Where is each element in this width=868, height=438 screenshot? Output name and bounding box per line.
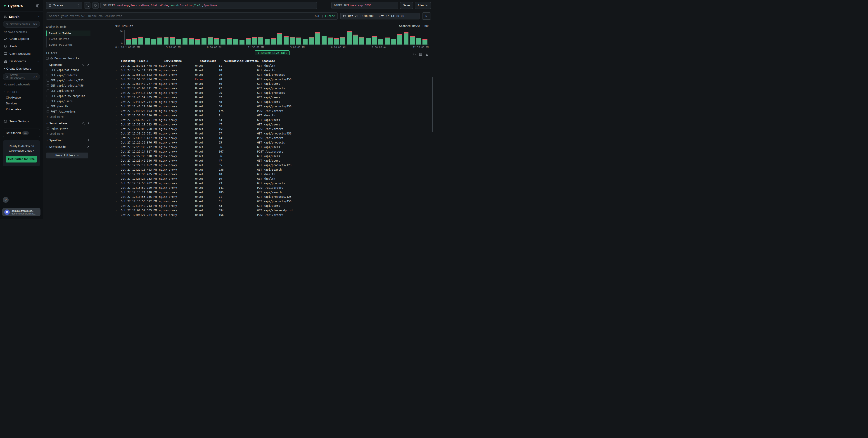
source-select[interactable]: Traces [46,2,82,9]
filter-checkbox[interactable] [46,84,49,87]
filter-option[interactable]: GET /api/search [46,88,90,93]
search-icon[interactable] [82,122,85,125]
search-icon[interactable] [82,64,85,66]
histogram-bar[interactable] [220,39,225,45]
row-expand-icon[interactable]: › [115,69,121,72]
denoise-checkbox[interactable] [46,57,49,60]
mode-event-deltas[interactable]: Event Deltas [46,36,90,42]
row-expand-icon[interactable]: › [115,73,121,76]
column-header-timestamp[interactable]: Timestamp (Local) [121,60,159,63]
row-expand-icon[interactable]: › [115,159,121,162]
create-dashboard-button[interactable]: + Create Dashboard [0,65,43,72]
histogram-bar[interactable] [391,39,396,45]
pin-icon[interactable] [87,139,90,142]
table-row[interactable]: ›Oct 27 12:20:27.133 PMnginx-proxyUnset1… [115,176,429,181]
table-row[interactable]: ›Oct 27 12:19:53.482 PMnginx-proxyUnset9… [115,181,429,186]
table-row[interactable]: ›Oct 27 12:43:59.465 PMnginx-proxyUnset5… [115,95,429,100]
histogram-bar[interactable] [214,38,219,44]
chevron-up-icon[interactable]: › [36,60,40,62]
histogram-bar[interactable] [271,38,276,44]
table-row[interactable]: ›Oct 27 12:51:36.784 PMnginx-proxyError7… [115,77,429,81]
row-expand-icon[interactable]: › [115,146,121,149]
alerts-button[interactable]: Alerts [415,2,431,9]
histogram-bar[interactable] [410,36,415,44]
mode-results-table[interactable]: Results Table [46,31,90,36]
row-expand-icon[interactable]: › [115,82,121,86]
filter-checkbox[interactable] [46,95,49,97]
histogram-bar[interactable] [138,37,144,44]
filter-checkbox[interactable] [46,79,49,81]
histogram-bar[interactable] [416,38,421,44]
row-expand-icon[interactable]: › [115,200,121,203]
histogram-bar[interactable] [277,33,282,45]
row-expand-icon[interactable]: › [115,182,121,185]
filter-option[interactable]: GET /api/products/123 [46,78,90,83]
filter-group-header[interactable]: ›ServiceName [46,122,90,125]
row-expand-icon[interactable]: › [115,119,121,122]
filter-checkbox[interactable] [46,127,49,130]
table-row[interactable]: ›Oct 27 12:57:14.313 PMnginx-proxyUnset1… [115,68,429,72]
histogram-bar[interactable] [151,39,156,45]
row-expand-icon[interactable]: › [115,141,121,144]
histogram-bar[interactable] [195,39,200,44]
table-row[interactable]: ›Oct 27 12:32:18.313 PMnginx-proxyUnset4… [115,122,429,127]
row-expand-icon[interactable]: › [115,101,121,103]
row-expand-icon[interactable]: › [115,213,121,216]
row-expand-icon[interactable]: › [115,123,121,126]
table-row[interactable]: ›Oct 27 12:06:27.284 PMnginx-proxyUnset1… [115,213,429,217]
filter-checkbox[interactable] [46,69,49,71]
row-expand-icon[interactable]: › [115,64,121,67]
more-filters-button[interactable]: More filters › [46,153,88,159]
histogram-bar[interactable] [397,34,402,45]
histogram-bar[interactable] [423,39,428,44]
row-expand-icon[interactable]: › [115,177,121,180]
filter-option[interactable]: POST /api/orders [46,109,90,114]
row-expand-icon[interactable]: › [115,155,121,158]
user-menu[interactable]: D dominic.tran@clic... dominic.tran@clic… [2,208,40,216]
table-row[interactable]: ›Oct 27 12:32:08.750 PMnginx-proxyUnset1… [115,127,429,131]
table-row[interactable]: ›Oct 27 12:29:36.876 PMnginx-proxyUnset6… [115,140,429,145]
table-row[interactable]: ›Oct 27 12:30:13.437 PMnginx-proxyUnset1… [115,136,429,140]
expand-source-button[interactable] [84,2,90,9]
filter-checkbox[interactable] [46,105,49,108]
preset-services[interactable]: Services [0,100,43,106]
sidebar-item-alerts[interactable]: Alerts [0,42,43,50]
get-started-free-button[interactable]: Get Started for Free [6,156,37,163]
row-expand-icon[interactable]: › [115,196,121,198]
search-input[interactable] [46,12,338,20]
histogram-bar[interactable] [360,37,364,44]
table-row[interactable]: ›Oct 27 12:21:36.435 PMnginx-proxyUnset1… [115,172,429,176]
get-started-toggle[interactable]: Get Started 3/3 › [3,129,40,137]
histogram-bar[interactable] [252,37,257,44]
table-row[interactable]: ›Oct 27 12:10:53.155 PMnginx-proxyUnset7… [115,195,429,199]
saved-searches-input[interactable]: Saved Searches ⌘K [3,21,40,28]
histogram-bar[interactable] [126,39,131,44]
table-row[interactable]: ›Oct 27 12:29:14.817 PMnginx-proxyUnset1… [115,149,429,154]
table-row[interactable]: ›Oct 27 12:32:58.201 PMnginx-proxyUnset5… [115,118,429,122]
row-expand-icon[interactable]: › [115,164,121,167]
row-expand-icon[interactable]: › [115,150,121,153]
collapse-sidebar-icon[interactable] [36,4,39,8]
histogram-bar[interactable] [347,31,352,45]
histogram-bar[interactable] [385,37,390,45]
row-expand-icon[interactable]: › [115,87,121,90]
table-row[interactable]: ›Oct 27 12:59:35.478 PMnginx-proxyUnset1… [115,64,429,68]
histogram-bar[interactable] [404,32,409,44]
sql-toggle[interactable]: SQL [315,14,320,18]
row-expand-icon[interactable]: › [115,114,121,117]
column-header-spanname[interactable]: ⋮SpanName [257,60,429,63]
row-expand-icon[interactable]: › [115,209,121,212]
filter-option[interactable]: GET /health [46,104,90,109]
row-expand-icon[interactable]: › [115,191,121,194]
load-more[interactable]: ›Load more [46,131,90,135]
histogram-bar[interactable] [309,37,314,44]
table-row[interactable]: ›Oct 27 12:27:33.918 PMnginx-proxyUnset5… [115,154,429,159]
row-expand-icon[interactable]: › [115,132,121,135]
row-expand-icon[interactable]: › [115,105,121,108]
saved-dashboards-input[interactable]: Saved Dashboards ⌘K [3,73,40,80]
column-header-duration[interactable]: ⋮round(divide(Duration, [219,60,257,63]
row-expand-icon[interactable]: › [115,128,121,131]
histogram-bar[interactable] [170,37,175,44]
table-row[interactable]: ›Oct 27 12:10:50.572 PMnginx-proxyUnset6… [115,199,429,204]
denoise-results-option[interactable]: Denoise Results [46,57,90,60]
